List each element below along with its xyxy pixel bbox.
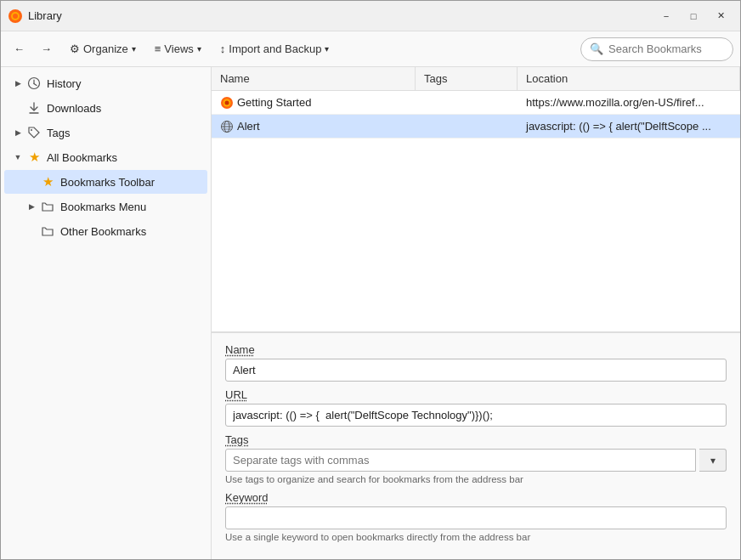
row2-name: Alert xyxy=(237,120,260,133)
views-chevron-icon: ▾ xyxy=(197,44,201,54)
name-input[interactable] xyxy=(225,359,727,382)
all-bookmarks-label: All Bookmarks xyxy=(47,151,117,164)
search-input[interactable] xyxy=(608,42,724,55)
sidebar-item-tags[interactable]: ▶ Tags xyxy=(4,121,207,144)
other-bookmarks-folder-icon xyxy=(40,223,55,239)
row1-tags-cell xyxy=(416,99,518,106)
tags-expander-icon: ▶ xyxy=(11,126,25,139)
history-expander-icon: ▶ xyxy=(11,76,25,90)
sidebar-item-bookmarks-menu[interactable]: ▶ Bookmarks Menu xyxy=(4,195,207,218)
content-panel: Name Tags Location Getting Started https… xyxy=(212,67,740,559)
tags-hint: Use tags to organize and search for book… xyxy=(225,474,727,484)
bookmarks-menu-expander-icon: ▶ xyxy=(25,200,38,213)
sidebar-item-history[interactable]: ▶ History xyxy=(4,71,207,95)
sidebar-item-other-bookmarks[interactable]: Other Bookmarks xyxy=(4,219,207,243)
forward-button[interactable]: → xyxy=(35,37,59,62)
bookmarks-toolbar-star-icon: ★ xyxy=(40,174,55,189)
tags-dropdown-chevron-icon: ▾ xyxy=(710,455,716,467)
close-button[interactable]: ✕ xyxy=(708,6,733,26)
globe-row-icon xyxy=(220,120,234,133)
gear-icon: ⚙ xyxy=(70,42,80,55)
window-title: Library xyxy=(28,9,653,22)
import-backup-chevron-icon: ▾ xyxy=(325,44,329,54)
toolbar: ← → ⚙ Organize ▾ ≡ Views ▾ ↕ Import and … xyxy=(1,31,740,67)
url-input[interactable] xyxy=(225,404,727,427)
views-button[interactable]: ≡ Views ▾ xyxy=(147,37,209,62)
minimize-button[interactable]: − xyxy=(653,6,679,26)
name-field-label: Name xyxy=(225,343,727,356)
tags-field-group: Tags ▾ Use tags to organize and search f… xyxy=(225,433,727,484)
row1-name: Getting Started xyxy=(237,96,311,109)
column-header-tags[interactable]: Tags xyxy=(416,67,518,90)
views-label: Views xyxy=(164,42,193,55)
bookmarks-menu-folder-icon xyxy=(40,199,55,214)
keyword-field-group: Keyword Use a single keyword to open boo… xyxy=(225,491,727,542)
keyword-hint: Use a single keyword to open bookmarks d… xyxy=(225,532,727,542)
import-backup-label: Import and Backup xyxy=(229,42,321,55)
organize-button[interactable]: ⚙ Organize ▾ xyxy=(62,37,144,62)
url-field-label: URL xyxy=(225,388,727,401)
row2-name-cell: Alert xyxy=(212,116,416,137)
svg-line-5 xyxy=(34,84,37,86)
tags-dropdown-button[interactable]: ▾ xyxy=(699,449,727,472)
svg-point-8 xyxy=(31,129,32,131)
tags-label: Tags xyxy=(47,127,70,139)
tags-icon xyxy=(26,125,42,140)
all-bookmarks-expander-icon: ▼ xyxy=(11,150,25,164)
other-bookmarks-label: Other Bookmarks xyxy=(60,225,146,238)
downloads-icon xyxy=(26,100,42,116)
window-controls: − □ ✕ xyxy=(653,6,733,26)
search-icon: 🔍 xyxy=(590,42,603,55)
table-row[interactable]: Getting Started https://www.mozilla.org/… xyxy=(212,91,740,115)
bookmarks-toolbar-expander xyxy=(25,175,38,189)
keyword-input[interactable] xyxy=(225,506,727,529)
back-button[interactable]: ← xyxy=(8,37,31,62)
maximize-button[interactable]: □ xyxy=(681,6,706,26)
organize-chevron-icon: ▾ xyxy=(132,44,136,54)
firefox-row-icon xyxy=(220,96,234,110)
firefox-icon xyxy=(8,8,23,24)
row2-tags-cell xyxy=(416,123,518,130)
sidebar: ▶ History Downloads xyxy=(1,67,212,559)
import-backup-button[interactable]: ↕ Import and Backup ▾ xyxy=(212,37,337,62)
tags-input-row: ▾ xyxy=(225,449,727,472)
name-field-group: Name xyxy=(225,343,727,382)
details-panel: Name URL Tags ▾ Use tags to organize and… xyxy=(212,332,740,559)
table-row[interactable]: Alert javascript: (() => { alert("DelftS… xyxy=(212,115,740,139)
import-backup-icon: ↕ xyxy=(220,42,226,55)
svg-point-2 xyxy=(13,14,18,19)
search-box: 🔍 xyxy=(580,37,733,61)
sidebar-item-bookmarks-toolbar[interactable]: ★ Bookmarks Toolbar xyxy=(4,170,207,194)
bookmarks-menu-label: Bookmarks Menu xyxy=(60,201,146,213)
downloads-expander xyxy=(11,101,25,115)
downloads-label: Downloads xyxy=(47,102,101,115)
keyword-field-label: Keyword xyxy=(225,491,727,504)
other-bookmarks-expander xyxy=(25,224,38,238)
all-bookmarks-star-icon: ★ xyxy=(26,150,42,165)
column-header-location[interactable]: Location xyxy=(518,67,740,90)
tags-field-label: Tags xyxy=(225,433,727,446)
svg-point-11 xyxy=(225,100,229,105)
title-bar: Library − □ ✕ xyxy=(1,1,740,31)
row1-location-cell: https://www.mozilla.org/en-US/firef... xyxy=(518,93,740,112)
table-header: Name Tags Location xyxy=(212,67,740,91)
main-content: ▶ History Downloads xyxy=(1,67,740,559)
tags-input[interactable] xyxy=(225,449,696,472)
bookmarks-table: Name Tags Location Getting Started https… xyxy=(212,67,740,332)
views-icon: ≡ xyxy=(155,42,161,55)
bookmarks-toolbar-label: Bookmarks Toolbar xyxy=(60,176,155,189)
sidebar-item-downloads[interactable]: Downloads xyxy=(4,96,207,120)
row2-location-cell: javascript: (() => { alert("DelftScope .… xyxy=(518,116,740,136)
history-icon xyxy=(26,76,42,91)
url-field-group: URL xyxy=(225,388,727,427)
organize-label: Organize xyxy=(83,42,128,55)
row1-name-cell: Getting Started xyxy=(212,93,416,113)
history-label: History xyxy=(47,77,81,90)
sidebar-item-all-bookmarks[interactable]: ▼ ★ All Bookmarks xyxy=(4,145,207,169)
column-header-name[interactable]: Name xyxy=(212,67,416,90)
